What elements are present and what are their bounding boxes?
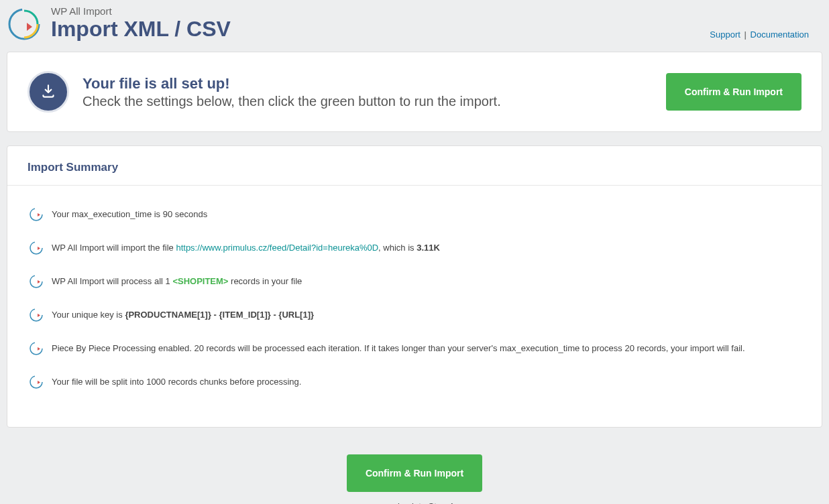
back-to-step4-link[interactable]: go back to Step 4 <box>386 501 453 504</box>
bullet-icon <box>27 206 45 223</box>
svg-point-4 <box>30 309 42 321</box>
setup-subtitle: Check the settings below, then click the… <box>82 94 666 109</box>
summary-list: Your max_execution_time is 90 seconds WP… <box>7 186 822 407</box>
svg-point-5 <box>30 342 42 355</box>
svg-point-2 <box>30 242 42 254</box>
plugin-logo-icon <box>7 7 42 44</box>
setup-card: Your file is all set up! Check the setti… <box>7 52 822 132</box>
footer-actions: Confirm & Run Import or go back to Step … <box>0 441 829 504</box>
documentation-link[interactable]: Documentation <box>751 29 809 40</box>
svg-point-0 <box>9 9 39 39</box>
summary-card: Import Summary Your max_execution_time i… <box>7 145 822 428</box>
summary-text: Piece By Piece Processing enabled. 20 re… <box>52 342 745 355</box>
summary-text: WP All Import will process all 1 <SHOPIT… <box>52 275 302 288</box>
summary-text: Your file will be split into 1000 record… <box>52 376 301 388</box>
bullet-icon <box>27 273 45 290</box>
svg-point-1 <box>30 208 42 220</box>
summary-text: WP All Import will import the file https… <box>52 242 440 254</box>
setup-title: Your file is all set up! <box>82 75 666 92</box>
bullet-icon <box>27 306 45 324</box>
file-url-link[interactable]: https://www.primulus.cz/feed/Detail?id=h… <box>176 243 378 253</box>
page-header: WP All Import Import XML / CSV Support |… <box>0 0 829 52</box>
svg-point-6 <box>30 376 42 388</box>
top-links: Support | Documentation <box>710 29 809 40</box>
back-text: or go back to Step 4 <box>0 501 829 504</box>
support-link[interactable]: Support <box>710 29 740 40</box>
summary-item-unique-key: Your unique key is {PRODUCTNAME[1]} - {I… <box>27 300 802 333</box>
bullet-icon <box>27 373 45 391</box>
record-tag: <SHOPITEM> <box>172 276 228 286</box>
summary-text: Your unique key is {PRODUCTNAME[1]} - {I… <box>52 309 314 321</box>
summary-item-exec-time: Your max_execution_time is 90 seconds <box>27 199 802 233</box>
svg-point-3 <box>30 275 42 288</box>
plugin-label: WP All Import <box>51 5 231 17</box>
page-title: Import XML / CSV <box>51 17 231 42</box>
bullet-icon <box>27 340 45 357</box>
summary-text: Your max_execution_time is 90 seconds <box>52 208 207 220</box>
summary-item-file: WP All Import will import the file https… <box>27 233 802 266</box>
summary-heading: Import Summary <box>7 146 822 186</box>
summary-item-process: WP All Import will process all 1 <SHOPIT… <box>27 266 802 300</box>
summary-item-piece-processing: Piece By Piece Processing enabled. 20 re… <box>27 333 802 367</box>
confirm-run-button-footer[interactable]: Confirm & Run Import <box>347 454 482 492</box>
summary-item-chunks: Your file will be split into 1000 record… <box>27 367 802 400</box>
confirm-run-button[interactable]: Confirm & Run Import <box>666 73 802 111</box>
bullet-icon <box>27 239 45 257</box>
download-icon <box>27 71 69 113</box>
